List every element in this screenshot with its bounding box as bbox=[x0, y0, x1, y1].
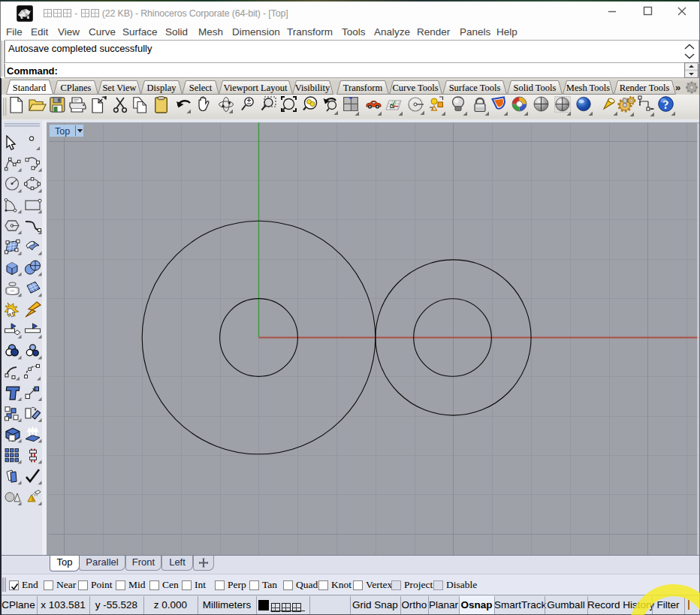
svg-text:Standard: Standard bbox=[13, 83, 47, 93]
svg-text:Curve Tools: Curve Tools bbox=[392, 83, 438, 93]
svg-text:Render Tools: Render Tools bbox=[620, 83, 670, 93]
svg-text:Transform: Transform bbox=[343, 83, 383, 93]
svg-text:Select: Select bbox=[189, 83, 213, 93]
svg-text:Mesh Tools: Mesh Tools bbox=[566, 83, 610, 93]
svg-text:Solid Tools: Solid Tools bbox=[514, 83, 557, 93]
svg-text:Top: Top bbox=[55, 126, 70, 137]
svg-text:Display: Display bbox=[147, 83, 177, 93]
svg-text:Set View: Set View bbox=[102, 83, 136, 93]
svg-text:Surface Tools: Surface Tools bbox=[449, 83, 501, 93]
svg-text:Visibility: Visibility bbox=[295, 83, 330, 93]
svg-text:?: ? bbox=[663, 98, 669, 111]
svg-text:Viewport Layout: Viewport Layout bbox=[224, 83, 288, 93]
svg-text:»: » bbox=[675, 82, 680, 93]
svg-text:CPlanes: CPlanes bbox=[61, 83, 92, 93]
